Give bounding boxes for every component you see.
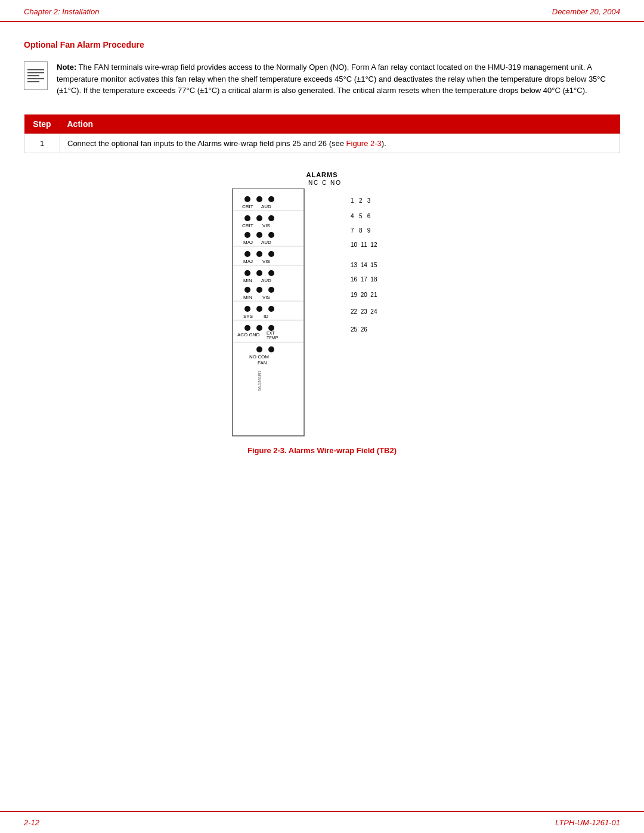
note-box: Note: The FAN terminals wire-wrap field … — [24, 61, 620, 97]
nc-c-no-label: NC C NO — [227, 179, 417, 186]
svg-point-43 — [268, 325, 274, 331]
svg-text:06-1261R1: 06-1261R1 — [258, 370, 262, 391]
svg-point-9 — [268, 215, 274, 221]
terminal-block-wrapper: CRIT AUD CRIT VIS MA — [227, 188, 417, 439]
svg-text:CRIT: CRIT — [242, 223, 253, 228]
svg-point-24 — [244, 270, 250, 276]
alarms-label: ALARMS — [227, 171, 417, 178]
pin-row-9: 25 26 — [351, 326, 377, 333]
svg-text:SYS: SYS — [243, 314, 253, 319]
svg-text:MAJ: MAJ — [243, 259, 253, 264]
svg-point-20 — [268, 251, 274, 257]
svg-text:FAN: FAN — [258, 360, 267, 366]
note-line-5 — [27, 81, 39, 82]
pin-numbers: 1 2 3 4 5 6 7 8 9 10 11 12 13 14 15 16 1… — [346, 188, 377, 333]
col-step-header: Step — [24, 114, 60, 134]
note-icon-lines — [27, 69, 44, 82]
svg-point-14 — [268, 232, 274, 238]
note-line-2 — [27, 72, 44, 73]
pin-row-8: 22 23 24 — [351, 308, 377, 315]
pin-row-6: 16 17 18 — [351, 276, 377, 283]
main-content: Optional Fan Alarm Procedure Note: The F… — [0, 22, 644, 497]
step-number: 1 — [24, 134, 60, 153]
svg-point-3 — [268, 196, 274, 202]
page-footer: 2-12 LTPH-UM-1261-01 — [0, 811, 644, 833]
svg-point-49 — [268, 346, 274, 352]
pin-row-3: 7 8 9 — [351, 227, 377, 234]
svg-point-18 — [244, 251, 250, 257]
svg-point-26 — [268, 270, 274, 276]
figure-link[interactable]: Figure 2-3 — [346, 139, 382, 148]
svg-point-19 — [256, 251, 262, 257]
table-row: 1Connect the optional fan inputs to the … — [24, 134, 620, 153]
svg-text:CRIT: CRIT — [242, 204, 253, 209]
pin-row-1: 1 2 3 — [351, 197, 377, 205]
svg-text:ID: ID — [264, 314, 268, 319]
pin-row-7: 19 20 21 — [351, 292, 377, 299]
svg-text:VIS: VIS — [262, 259, 270, 264]
footer-page-number: 2-12 — [24, 818, 39, 827]
svg-point-1 — [244, 196, 250, 202]
svg-text:MIN: MIN — [243, 278, 252, 283]
svg-point-8 — [256, 215, 262, 221]
svg-text:ACO GND: ACO GND — [237, 332, 260, 337]
svg-point-35 — [244, 306, 250, 312]
step-action: Connect the optional fan inputs to the A… — [60, 134, 620, 153]
pin-row-2: 4 5 6 — [351, 213, 377, 220]
svg-text:VIS: VIS — [262, 223, 270, 228]
svg-point-42 — [256, 325, 262, 331]
svg-text:VIS: VIS — [262, 295, 270, 300]
diagram-area: ALARMS NC C NO CRIT AUD — [24, 171, 620, 455]
note-label: Note: — [57, 63, 76, 72]
svg-point-31 — [268, 287, 274, 293]
svg-text:NO COM: NO COM — [249, 354, 269, 360]
header-chapter: Chapter 2: Installation — [24, 7, 99, 16]
page-header: Chapter 2: Installation December 20, 200… — [0, 0, 644, 22]
svg-text:AUD: AUD — [261, 240, 271, 245]
svg-point-13 — [256, 232, 262, 238]
col-action-header: Action — [60, 114, 620, 134]
svg-point-37 — [268, 306, 274, 312]
note-line-1 — [27, 69, 44, 70]
note-body: The FAN terminals wire-wrap field provid… — [57, 63, 606, 95]
svg-point-25 — [256, 270, 262, 276]
svg-point-36 — [256, 306, 262, 312]
svg-text:AUD: AUD — [261, 204, 271, 209]
svg-point-41 — [244, 325, 250, 331]
step-table: Step Action 1Connect the optional fan in… — [24, 114, 620, 153]
svg-text:MIN: MIN — [243, 295, 252, 300]
svg-point-2 — [256, 196, 262, 202]
svg-point-7 — [244, 215, 250, 221]
pin-row-4: 10 11 12 — [351, 241, 377, 249]
figure-caption: Figure 2-3. Alarms Wire-wrap Field (TB2) — [247, 446, 397, 455]
table-header-row: Step Action — [24, 114, 620, 134]
svg-text:TEMP: TEMP — [267, 336, 278, 340]
note-icon — [24, 61, 48, 90]
pin-row-5: 13 14 15 — [351, 262, 377, 269]
svg-text:EXT: EXT — [267, 331, 275, 335]
header-date: December 20, 2004 — [552, 7, 620, 16]
svg-text:AUD: AUD — [261, 278, 271, 283]
svg-text:MAJ: MAJ — [243, 240, 253, 245]
footer-doc-number: LTPH-UM-1261-01 — [555, 818, 620, 827]
svg-point-29 — [244, 287, 250, 293]
terminal-block-left: CRIT AUD CRIT VIS MA — [227, 188, 346, 439]
svg-point-48 — [256, 346, 262, 352]
diagram-container: ALARMS NC C NO CRIT AUD — [227, 171, 417, 439]
note-line-3 — [27, 75, 39, 76]
svg-point-12 — [244, 232, 250, 238]
svg-point-30 — [256, 287, 262, 293]
section-title: Optional Fan Alarm Procedure — [24, 40, 620, 49]
note-text: Note: The FAN terminals wire-wrap field … — [57, 61, 620, 97]
note-line-4 — [27, 78, 44, 79]
terminal-block-svg: CRIT AUD CRIT VIS MA — [227, 188, 346, 439]
